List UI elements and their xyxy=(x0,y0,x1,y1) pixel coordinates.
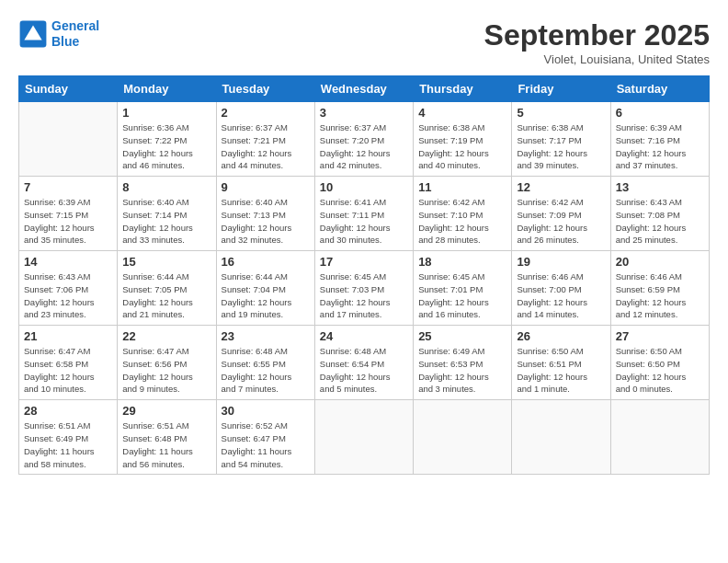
day-number: 30 xyxy=(222,404,310,418)
day-number: 4 xyxy=(418,106,506,120)
calendar-day-cell: 6Sunrise: 6:39 AM Sunset: 7:16 PM Daylig… xyxy=(610,102,709,177)
day-info: Sunrise: 6:44 AM Sunset: 7:05 PM Dayligh… xyxy=(122,270,210,321)
calendar-day-cell: 9Sunrise: 6:40 AM Sunset: 7:13 PM Daylig… xyxy=(216,177,314,251)
header-tuesday: Tuesday xyxy=(216,76,314,102)
day-number: 12 xyxy=(517,180,605,194)
day-info: Sunrise: 6:47 AM Sunset: 6:56 PM Dayligh… xyxy=(122,345,210,396)
day-info: Sunrise: 6:40 AM Sunset: 7:13 PM Dayligh… xyxy=(222,196,310,247)
calendar-day-cell: 22Sunrise: 6:47 AM Sunset: 6:56 PM Dayli… xyxy=(118,326,216,400)
day-info: Sunrise: 6:37 AM Sunset: 7:20 PM Dayligh… xyxy=(320,121,408,172)
day-info: Sunrise: 6:41 AM Sunset: 7:11 PM Dayligh… xyxy=(320,196,408,247)
day-number: 16 xyxy=(222,255,310,269)
calendar-day-cell: 15Sunrise: 6:44 AM Sunset: 7:05 PM Dayli… xyxy=(118,251,216,326)
day-number: 17 xyxy=(320,255,408,269)
calendar-day-cell: 4Sunrise: 6:38 AM Sunset: 7:19 PM Daylig… xyxy=(414,102,512,177)
day-number: 26 xyxy=(517,329,605,343)
calendar-day-cell: 27Sunrise: 6:50 AM Sunset: 6:50 PM Dayli… xyxy=(610,326,709,400)
day-number: 6 xyxy=(616,106,704,120)
day-info: Sunrise: 6:38 AM Sunset: 7:17 PM Dayligh… xyxy=(517,121,605,172)
day-number: 13 xyxy=(616,180,704,194)
calendar-day-cell: 23Sunrise: 6:48 AM Sunset: 6:55 PM Dayli… xyxy=(216,326,314,400)
calendar-day-cell: 3Sunrise: 6:37 AM Sunset: 7:20 PM Daylig… xyxy=(314,102,413,177)
day-info: Sunrise: 6:48 AM Sunset: 6:54 PM Dayligh… xyxy=(320,345,408,396)
logo-text: General Blue xyxy=(51,18,99,50)
location-subtitle: Violet, Louisiana, United States xyxy=(484,52,710,66)
calendar-day-cell: 24Sunrise: 6:48 AM Sunset: 6:54 PM Dayli… xyxy=(314,326,413,400)
day-number: 21 xyxy=(24,329,112,343)
day-number: 18 xyxy=(418,255,506,269)
day-info: Sunrise: 6:45 AM Sunset: 7:01 PM Dayligh… xyxy=(418,270,506,321)
calendar-week-row: 28Sunrise: 6:51 AM Sunset: 6:49 PM Dayli… xyxy=(19,400,710,475)
header-saturday: Saturday xyxy=(610,76,709,102)
calendar-day-cell: 12Sunrise: 6:42 AM Sunset: 7:09 PM Dayli… xyxy=(512,177,610,251)
day-info: Sunrise: 6:51 AM Sunset: 6:49 PM Dayligh… xyxy=(24,419,112,470)
header-sunday: Sunday xyxy=(19,76,118,102)
calendar-day-cell xyxy=(414,400,512,475)
day-info: Sunrise: 6:51 AM Sunset: 6:48 PM Dayligh… xyxy=(122,419,210,470)
day-info: Sunrise: 6:37 AM Sunset: 7:21 PM Dayligh… xyxy=(222,121,310,172)
calendar-day-cell: 8Sunrise: 6:40 AM Sunset: 7:14 PM Daylig… xyxy=(118,177,216,251)
day-info: Sunrise: 6:46 AM Sunset: 7:00 PM Dayligh… xyxy=(517,270,605,321)
day-info: Sunrise: 6:44 AM Sunset: 7:04 PM Dayligh… xyxy=(222,270,310,321)
day-info: Sunrise: 6:46 AM Sunset: 6:59 PM Dayligh… xyxy=(616,270,704,321)
logo: General Blue xyxy=(18,18,99,50)
calendar-week-row: 7Sunrise: 6:39 AM Sunset: 7:15 PM Daylig… xyxy=(19,177,710,251)
header-thursday: Thursday xyxy=(414,76,512,102)
calendar-day-cell: 21Sunrise: 6:47 AM Sunset: 6:58 PM Dayli… xyxy=(19,326,118,400)
calendar-day-cell: 29Sunrise: 6:51 AM Sunset: 6:48 PM Dayli… xyxy=(118,400,216,475)
header-friday: Friday xyxy=(512,76,610,102)
day-number: 1 xyxy=(122,106,210,120)
day-number: 28 xyxy=(24,404,112,418)
calendar-day-cell xyxy=(19,102,118,177)
day-number: 24 xyxy=(320,329,408,343)
calendar-day-cell: 1Sunrise: 6:36 AM Sunset: 7:22 PM Daylig… xyxy=(118,102,216,177)
day-number: 2 xyxy=(222,106,310,120)
calendar-day-cell: 11Sunrise: 6:42 AM Sunset: 7:10 PM Dayli… xyxy=(414,177,512,251)
calendar-day-cell: 25Sunrise: 6:49 AM Sunset: 6:53 PM Dayli… xyxy=(414,326,512,400)
day-number: 8 xyxy=(122,180,210,194)
day-info: Sunrise: 6:43 AM Sunset: 7:06 PM Dayligh… xyxy=(24,270,112,321)
day-info: Sunrise: 6:42 AM Sunset: 7:10 PM Dayligh… xyxy=(418,196,506,247)
calendar-day-cell: 28Sunrise: 6:51 AM Sunset: 6:49 PM Dayli… xyxy=(19,400,118,475)
calendar-day-cell: 17Sunrise: 6:45 AM Sunset: 7:03 PM Dayli… xyxy=(314,251,413,326)
calendar-day-cell: 2Sunrise: 6:37 AM Sunset: 7:21 PM Daylig… xyxy=(216,102,314,177)
day-number: 29 xyxy=(122,404,210,418)
calendar-day-cell: 19Sunrise: 6:46 AM Sunset: 7:00 PM Dayli… xyxy=(512,251,610,326)
calendar-day-cell: 20Sunrise: 6:46 AM Sunset: 6:59 PM Dayli… xyxy=(610,251,709,326)
day-number: 9 xyxy=(222,180,310,194)
calendar-day-cell: 30Sunrise: 6:52 AM Sunset: 6:47 PM Dayli… xyxy=(216,400,314,475)
day-number: 11 xyxy=(418,180,506,194)
day-number: 23 xyxy=(222,329,310,343)
page-header: General Blue September 2025 Violet, Loui… xyxy=(18,18,710,66)
logo-line1: General xyxy=(51,18,99,33)
calendar-day-cell: 10Sunrise: 6:41 AM Sunset: 7:11 PM Dayli… xyxy=(314,177,413,251)
calendar-day-cell: 18Sunrise: 6:45 AM Sunset: 7:01 PM Dayli… xyxy=(414,251,512,326)
calendar-day-cell: 14Sunrise: 6:43 AM Sunset: 7:06 PM Dayli… xyxy=(19,251,118,326)
day-number: 10 xyxy=(320,180,408,194)
logo-icon xyxy=(18,19,48,49)
day-number: 3 xyxy=(320,106,408,120)
title-block: September 2025 Violet, Louisiana, United… xyxy=(484,18,710,66)
day-number: 15 xyxy=(122,255,210,269)
header-monday: Monday xyxy=(118,76,216,102)
calendar-day-cell: 13Sunrise: 6:43 AM Sunset: 7:08 PM Dayli… xyxy=(610,177,709,251)
calendar-day-cell: 7Sunrise: 6:39 AM Sunset: 7:15 PM Daylig… xyxy=(19,177,118,251)
calendar-day-cell: 16Sunrise: 6:44 AM Sunset: 7:04 PM Dayli… xyxy=(216,251,314,326)
day-info: Sunrise: 6:49 AM Sunset: 6:53 PM Dayligh… xyxy=(418,345,506,396)
calendar-day-cell xyxy=(512,400,610,475)
day-info: Sunrise: 6:39 AM Sunset: 7:15 PM Dayligh… xyxy=(24,196,112,247)
header-wednesday: Wednesday xyxy=(314,76,413,102)
logo-line2: Blue xyxy=(51,34,79,49)
calendar-day-cell xyxy=(314,400,413,475)
day-number: 19 xyxy=(517,255,605,269)
day-info: Sunrise: 6:45 AM Sunset: 7:03 PM Dayligh… xyxy=(320,270,408,321)
calendar-table: Sunday Monday Tuesday Wednesday Thursday… xyxy=(18,75,710,475)
day-info: Sunrise: 6:52 AM Sunset: 6:47 PM Dayligh… xyxy=(222,419,310,470)
day-info: Sunrise: 6:43 AM Sunset: 7:08 PM Dayligh… xyxy=(616,196,704,247)
day-number: 22 xyxy=(122,329,210,343)
day-number: 5 xyxy=(517,106,605,120)
day-number: 27 xyxy=(616,329,704,343)
day-info: Sunrise: 6:47 AM Sunset: 6:58 PM Dayligh… xyxy=(24,345,112,396)
day-info: Sunrise: 6:36 AM Sunset: 7:22 PM Dayligh… xyxy=(122,121,210,172)
day-info: Sunrise: 6:42 AM Sunset: 7:09 PM Dayligh… xyxy=(517,196,605,247)
